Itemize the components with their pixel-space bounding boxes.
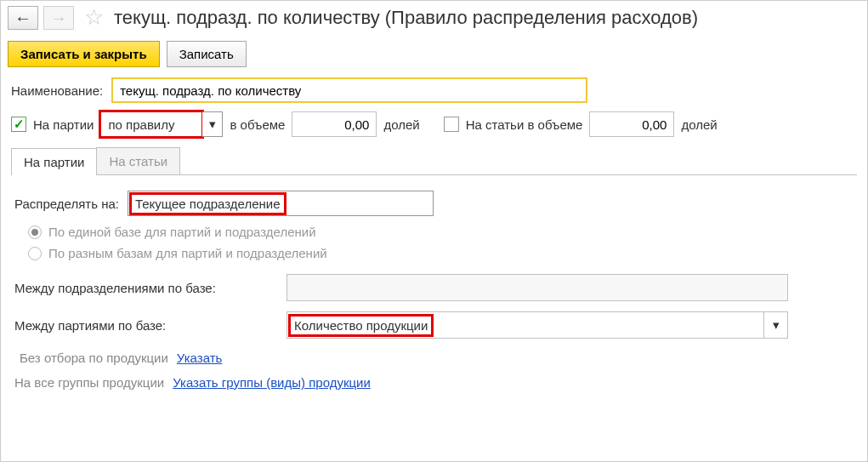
arrow-right-icon: → bbox=[50, 9, 67, 26]
chevron-down-icon: ▾ bbox=[209, 117, 216, 132]
on-batches-label: На партии bbox=[33, 117, 94, 132]
arrow-left-icon: ← bbox=[14, 9, 31, 26]
save-close-button[interactable]: Записать и закрыть bbox=[8, 41, 160, 67]
radio-single-base bbox=[28, 225, 42, 239]
radio-diff-bases-label: По разным базам для партий и подразделен… bbox=[48, 246, 327, 260]
between-batches-arrow[interactable]: ▾ bbox=[763, 312, 787, 338]
on-batches-checkbox[interactable]: ✓ bbox=[11, 117, 26, 132]
tab-items[interactable]: На статьи bbox=[96, 147, 180, 174]
on-items-checkbox[interactable] bbox=[444, 117, 459, 132]
distribute-to-label: Распределять на: bbox=[14, 197, 119, 211]
rule-select[interactable]: по правилу bbox=[100, 111, 202, 137]
distribute-to-select[interactable]: Текущее подразделение bbox=[128, 191, 434, 216]
favorite-star-icon[interactable]: ☆ bbox=[84, 4, 104, 31]
between-depts-label: Между подразделениями по базе: bbox=[14, 281, 278, 295]
name-label: Наименование: bbox=[11, 83, 103, 98]
between-depts-select[interactable] bbox=[286, 274, 788, 301]
all-groups-label: На все группы продукции bbox=[14, 375, 164, 390]
save-button[interactable]: Записать bbox=[167, 41, 247, 67]
rule-select-arrow[interactable]: ▾ bbox=[202, 111, 223, 137]
items-shares-label: долей bbox=[681, 117, 717, 132]
volume-label: в объеме bbox=[230, 117, 285, 132]
window-title: текущ. подразд. по количеству (Правило р… bbox=[114, 7, 698, 29]
between-batches-label: Между партиями по базе: bbox=[14, 318, 278, 333]
specify-groups-link[interactable]: Указать группы (виды) продукции bbox=[173, 375, 371, 390]
name-input[interactable] bbox=[111, 77, 587, 103]
tab-batches[interactable]: На партии bbox=[11, 148, 97, 175]
chevron-down-icon: ▾ bbox=[773, 317, 780, 333]
radio-diff-bases bbox=[28, 247, 42, 260]
forward-button: → bbox=[43, 6, 74, 30]
specify-link[interactable]: Указать bbox=[177, 351, 223, 365]
back-button[interactable]: ← bbox=[8, 6, 38, 30]
items-volume-input[interactable] bbox=[589, 111, 674, 137]
radio-single-base-label: По единой базе для партий и подразделени… bbox=[48, 225, 316, 239]
on-items-label: На статьи в объеме bbox=[466, 117, 583, 132]
between-batches-select[interactable]: Количество продукции ▾ bbox=[286, 311, 788, 339]
volume-input[interactable] bbox=[292, 111, 377, 137]
shares-label: долей bbox=[383, 117, 419, 132]
no-filter-label: Без отбора по продукции bbox=[20, 351, 168, 365]
